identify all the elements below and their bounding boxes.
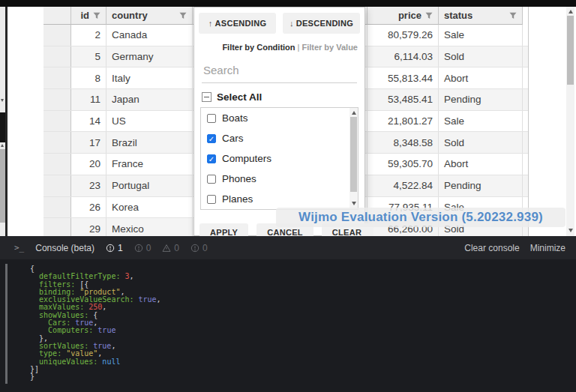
search-input[interactable] (202, 61, 360, 82)
console-counter[interactable]: 1 (106, 243, 123, 253)
checkbox-checked[interactable]: ✓ (207, 154, 216, 163)
console-counter[interactable]: 0 (162, 243, 179, 253)
column-header-label: status (444, 10, 472, 21)
cell-status: Sold (439, 46, 523, 67)
column-header-price[interactable]: price (368, 7, 439, 25)
console-log-line: sortValues: true, (30, 343, 576, 350)
cell-rowhdr (44, 111, 71, 132)
checkbox-checked[interactable]: ✓ (207, 134, 216, 143)
scroll-up-icon[interactable] (568, 10, 573, 13)
column-header-id[interactable]: id (71, 7, 106, 25)
filter-value-label: Phones (222, 173, 256, 184)
sort-descending-label: DESCENDING (296, 19, 353, 28)
info-circle-icon (106, 244, 115, 253)
token: , (102, 303, 106, 311)
cell-id: 17 (71, 132, 106, 153)
cell-status: Pending (439, 175, 523, 196)
left-panel-border (5, 7, 8, 236)
column-header-rowhdr[interactable] (44, 7, 71, 25)
filter-values-listbox: Boats✓Cars✓ComputersPhonesPlanes (200, 107, 358, 210)
filter-value-item[interactable]: Phones (201, 169, 358, 189)
cell-country: Germany (106, 46, 193, 67)
left-scrollbar-thumb[interactable] (0, 149, 5, 223)
cell-rowhdr (44, 89, 71, 110)
console-counter[interactable]: 0 (134, 243, 152, 253)
filter-mode-tabs: Filter by Condition|Filter by Value (194, 43, 364, 52)
scroll-down-icon[interactable] (568, 229, 573, 232)
token: true (139, 295, 157, 304)
grid-vertical-scrollbar[interactable] (566, 7, 574, 236)
cell-country: Italy (106, 67, 193, 88)
cell-rowhdr (44, 154, 71, 175)
cell-status: Abort (439, 67, 523, 88)
console-prompt-icon: >_ (14, 243, 24, 253)
column-header-country[interactable]: country (106, 7, 193, 25)
cell-price: 4,522.84 (368, 175, 439, 196)
filter-funnel-icon[interactable] (425, 12, 433, 19)
filter-value-item[interactable]: ✓Computers (201, 148, 358, 169)
cell-id: 26 (71, 197, 106, 218)
scroll-up-icon[interactable] (352, 111, 356, 115)
listbox-scrollbar[interactable] (350, 108, 358, 209)
token: Computers: (48, 326, 93, 334)
top-chrome-bar (0, 0, 576, 7)
filter-funnel-icon[interactable] (93, 12, 100, 19)
cell-rowhdr (44, 25, 71, 46)
cell-price: 55,813.44 (368, 67, 439, 88)
console-counter[interactable]: 0 (190, 243, 208, 253)
cell-country: France (106, 154, 193, 175)
minimize-console-button[interactable]: Minimize (530, 243, 566, 253)
cell-country: Korea (106, 197, 193, 218)
scroll-up-icon[interactable] (1, 144, 4, 147)
filter-value-item[interactable]: ✓Cars (201, 128, 358, 148)
sort-buttons-row: ↑ASCENDING ↓DESCENDING (199, 13, 360, 34)
scroll-down-icon[interactable] (1, 99, 4, 102)
console-log-line: Computers: true (30, 327, 576, 334)
filter-funnel-icon[interactable] (179, 12, 187, 19)
checkbox-unchecked[interactable] (207, 175, 216, 184)
filter-value-item[interactable]: Planes (201, 189, 358, 209)
sort-ascending-button[interactable]: ↑ASCENDING (199, 13, 276, 34)
token: , (129, 272, 134, 280)
filter-search (202, 61, 357, 83)
filter-value-label: Planes (222, 193, 253, 205)
filter-value-item[interactable]: Boats (201, 108, 358, 128)
column-header-label: country (112, 10, 148, 21)
console-panel: >_ Console (beta) 1000 Clear console Min… (0, 236, 576, 392)
counter-value: 1 (118, 243, 123, 253)
wijmo-evaluation-watermark: Wijmo Evaluation Version (5.20232.939) (276, 208, 566, 227)
scroll-down-icon[interactable] (352, 202, 356, 205)
tab-filter-by-value[interactable]: Filter by Value (302, 43, 358, 52)
cell-country: Portugal (106, 175, 193, 196)
checkbox-unchecked[interactable] (207, 114, 216, 123)
column-header-status[interactable]: status (439, 7, 523, 25)
cell-price: 59,305.70 (368, 154, 439, 175)
tab-separator: | (298, 43, 300, 52)
cell-country: Mexico (106, 218, 193, 236)
cell-rowhdr (44, 67, 71, 88)
sort-descending-button[interactable]: ↓DESCENDING (283, 13, 360, 34)
column-header-label: id (80, 10, 89, 21)
grid-scrollbar-thumb[interactable] (567, 16, 574, 85)
listbox-scrollbar-thumb[interactable] (350, 117, 357, 192)
left-edge-scrollbar[interactable] (0, 7, 5, 236)
filter-funnel-icon[interactable] (509, 12, 517, 19)
console-log-line: maxValues: 250, (30, 304, 576, 311)
console-header: >_ Console (beta) 1000 Clear console Min… (0, 236, 576, 259)
cell-country: Japan (106, 89, 193, 110)
select-all-checkbox[interactable] (202, 92, 212, 102)
cell-status: Sold (439, 132, 523, 153)
cell-price: 80,579.26 (368, 25, 439, 46)
clear-console-button[interactable]: Clear console (464, 243, 519, 253)
column-filter-dropdown: ↑ASCENDING ↓DESCENDING Filter by Conditi… (194, 7, 365, 236)
cell-rowhdr (44, 46, 71, 67)
console-log-line: } (30, 373, 576, 381)
left-edge-divider (0, 112, 5, 142)
checkbox-unchecked[interactable] (207, 195, 216, 204)
cell-id: 11 (71, 89, 106, 110)
select-all-row[interactable]: Select All (202, 91, 357, 103)
tab-filter-by-condition[interactable]: Filter by Condition (222, 43, 295, 52)
cell-price: 6,114.03 (368, 46, 439, 67)
cell-status: Abort (439, 154, 523, 175)
token: , (111, 342, 116, 350)
